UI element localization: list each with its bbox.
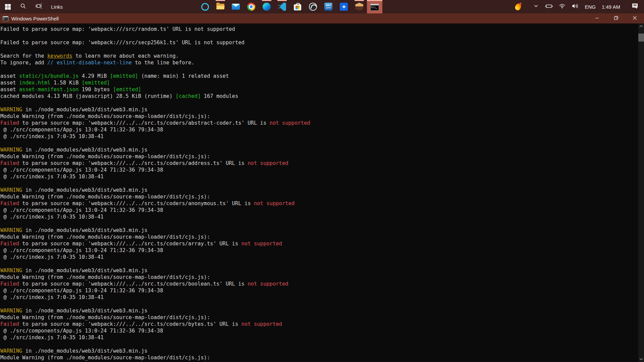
powershell-console[interactable]: Failed to parse source map: 'webpack:///… [0,23,644,362]
search-icon [20,3,26,10]
taskbar-app-obs-studio[interactable] [305,0,321,13]
terminal-line [0,260,638,267]
wifi-icon [559,3,566,10]
terminal-line: WARNING in ./node_modules/web3/dist/web3… [0,146,638,153]
scroll-down-arrow[interactable] [638,356,644,362]
terminal-line: WARNING in ./node_modules/web3/dist/web3… [0,348,638,354]
taskbar-left: Links [0,0,67,13]
scrollbar-thumb[interactable] [638,34,644,42]
taskbar-app-chrome[interactable] [244,0,259,13]
terminal-line: asset index.html 1.58 KiB [emitted] [0,79,638,86]
terminal-line: Module Warning (from ./node_modules/sour… [0,153,638,160]
edge-icon [263,3,271,11]
terminal-line: @ ./src/components/App.js 13:0-24 71:32-… [0,327,638,334]
battery-charging-icon [545,3,553,10]
terminal-line: Module Warning (from ./node_modules/sour… [0,274,638,281]
terminal-line: To ignore, add // eslint-disable-next-li… [0,59,638,66]
terminal-line: Module Warning (from ./node_modules/sour… [0,354,638,361]
vscode-icon [278,2,286,11]
minimize-icon [595,15,599,21]
tray-overflow-button[interactable] [531,0,541,13]
desktop-screen: Links DEVC++❖C:\_ [0,0,644,362]
terminal-output: Failed to parse source map: 'webpack:///… [0,26,638,361]
search-button[interactable] [15,0,31,13]
taskbar-app-dropbox[interactable]: ❖ [336,0,352,13]
taskbar-app-vscode[interactable] [274,0,290,13]
scrollbar[interactable] [638,23,644,362]
powershell-window-icon: C:\ [3,16,8,21]
minecraft-icon [355,3,363,11]
terminal-line [0,100,638,106]
terminal-line: @ ./src/index.js 7:0-35 10:38-41 [0,294,638,301]
terminal-line [0,66,638,73]
taskbar-app-edge[interactable] [259,0,274,13]
terminal-line: WARNING in ./node_modules/web3/dist/web3… [0,106,638,113]
clock[interactable]: 1:49 AM [599,0,623,13]
terminal-line: WARNING in ./node_modules/web3/dist/web3… [0,227,638,234]
window-titlebar[interactable]: C:\ Windows PowerShell [0,13,644,23]
task-view-button[interactable] [31,0,46,13]
file-explorer-icon [216,2,225,11]
taskbar-app-minecraft[interactable] [352,0,367,13]
terminal-line: @ ./src/index.js 7:0-35 10:38-41 [0,133,638,140]
terminal-line: Failed to parse source map: 'webpack:///… [0,200,638,207]
terminal-line: @ ./src/index.js 7:0-35 10:38-41 [0,254,638,260]
taskbar-app-file-explorer[interactable] [213,0,228,13]
terminal-line: Failed to parse source map: 'webpack:///… [0,26,638,33]
scroll-up-arrow[interactable] [638,23,644,29]
network-button[interactable] [556,0,568,13]
taskbar-app-microsoft-store[interactable] [290,0,305,13]
links-toolbar-label[interactable]: Links [46,0,67,13]
close-icon [633,15,637,21]
terminal-line: Module Warning (from ./node_modules/sour… [0,193,638,200]
terminal-line: @ ./src/index.js 7:0-35 10:38-41 [0,334,638,341]
chrome-icon [247,3,255,11]
terminal-line: cached modules 4.13 MiB (javascript) 28.… [0,93,638,100]
terminal-line: WARNING in ./node_modules/web3/dist/web3… [0,187,638,193]
alexa-icon [201,3,209,11]
battery-button[interactable] [542,0,555,13]
volume-button[interactable] [569,0,581,13]
terminal-line: asset asset-manifest.json 190 bytes [emi… [0,86,638,93]
mail-icon [232,4,240,10]
taskbar-app-mail[interactable] [228,0,244,13]
firefox-tray-button[interactable] [512,0,525,13]
terminal-line: Failed to parse source map: 'webpack:///… [0,281,638,287]
terminal-line: Search for the keywords to learn more ab… [0,53,638,59]
terminal-line [0,33,638,39]
terminal-line [0,180,638,187]
taskbar-app-terminal[interactable]: C:\_ [367,0,382,13]
terminal-line: @ ./src/index.js 7:0-35 10:38-41 [0,214,638,220]
action-center-icon [632,3,638,10]
terminal-line: Failed to parse source map: 'webpack:///… [0,240,638,247]
taskbar-app-alexa[interactable] [197,0,213,13]
language-indicator[interactable]: ENG [582,0,598,13]
speaker-icon [572,3,579,10]
start-button[interactable] [0,0,15,13]
terminal-line [0,140,638,146]
firefox-icon [515,2,523,11]
terminal-line: @ ./src/components/App.js 13:0-24 71:32-… [0,207,638,214]
terminal-line [0,301,638,307]
terminal-line: Failed to parse source map: 'webpack:///… [0,321,638,327]
taskbar: Links DEVC++❖C:\_ [0,0,644,13]
action-center-button[interactable] [629,0,641,13]
terminal-line: Failed to parse source map: 'webpack:///… [0,39,638,46]
terminal-line: Module Warning (from ./node_modules/sour… [0,113,638,120]
restore-button[interactable] [606,13,625,23]
windows-logo-icon [5,4,11,10]
terminal-line [0,220,638,227]
minimize-button[interactable] [588,13,606,23]
terminal-line: @ ./src/components/App.js 13:0-24 71:32-… [0,167,638,173]
chevron-down-icon [533,3,539,10]
terminal-line: @ ./src/components/App.js 13:0-24 71:32-… [0,126,638,133]
terminal-line [0,341,638,348]
terminal-line: Failed to parse source map: 'webpack:///… [0,120,638,126]
terminal-line: Failed to parse source map: 'webpack:///… [0,160,638,167]
close-button[interactable] [625,13,644,23]
dropbox-icon: ❖ [340,3,348,11]
terminal-line: @ ./src/index.js 7:0-35 10:38-41 [0,173,638,180]
taskbar-app-dev-cpp[interactable]: DEVC++ [321,0,336,13]
terminal-line: WARNING in ./node_modules/web3/dist/web3… [0,267,638,274]
system-tray: ENG 1:49 AM [512,0,644,13]
